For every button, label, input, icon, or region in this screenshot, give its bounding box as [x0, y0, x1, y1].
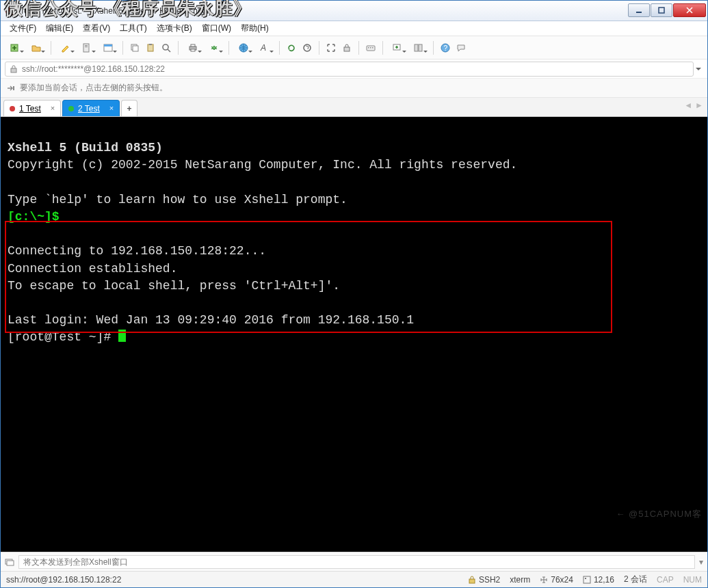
- lock-icon: [10, 65, 18, 73]
- new-session-button[interactable]: [5, 40, 25, 55]
- svg-rect-36: [585, 578, 586, 579]
- fullscreen-button[interactable]: [324, 40, 339, 55]
- terminal[interactable]: Xshell 5 (Build 0835) Copyright (c) 2002…: [1, 117, 707, 552]
- color-scheme-button[interactable]: [98, 40, 118, 55]
- term-prompt: [c:\~]$: [8, 210, 60, 224]
- copy-button[interactable]: [127, 40, 142, 55]
- status-caps: CAP: [657, 575, 674, 585]
- svg-point-0: [5, 6, 15, 16]
- new-tab-button[interactable]: [387, 40, 408, 55]
- address-input[interactable]: ssh://root:********@192.168.150.128:22: [5, 62, 694, 77]
- keyboard-button[interactable]: [363, 40, 378, 55]
- properties-button[interactable]: [77, 40, 97, 55]
- app-window: 微信公众号-《程序员朱永胜》 Test - root@Test:~ - Xshe…: [0, 0, 708, 588]
- svg-rect-8: [104, 44, 112, 46]
- menu-tabs[interactable]: 选项卡(B): [152, 21, 197, 36]
- transfer-button[interactable]: [204, 40, 224, 55]
- lock-icon: [468, 576, 476, 584]
- term-line: Copyright (c) 2002-2015 NetSarang Comput…: [8, 158, 517, 172]
- separator-icon: [319, 41, 319, 55]
- svg-rect-12: [149, 44, 152, 45]
- status-cursor: 12,16: [583, 575, 614, 585]
- svg-rect-16: [191, 49, 195, 51]
- statusbar: ssh://root@192.168.150.128:22 SSH2 xterm…: [1, 571, 707, 587]
- svg-rect-31: [13, 86, 14, 90]
- tab-2[interactable]: 2 Test ×: [62, 100, 120, 116]
- status-sessions: 2 会话: [624, 574, 647, 585]
- separator-icon: [382, 41, 383, 55]
- separator-icon: [228, 41, 229, 55]
- address-dropdown[interactable]: [694, 66, 703, 72]
- term-line: Connecting to 192.168.150.128:22...: [8, 244, 266, 258]
- toolbar: A ?: [1, 36, 707, 59]
- lock-button[interactable]: [339, 40, 354, 55]
- paste-button[interactable]: [143, 40, 158, 55]
- menu-edit[interactable]: 编辑(E): [41, 21, 78, 36]
- addressbar: ssh://root:********@192.168.150.128:22: [1, 59, 707, 79]
- svg-rect-26: [415, 44, 418, 51]
- highlight-button[interactable]: [55, 40, 76, 55]
- menu-window[interactable]: 窗口(W): [197, 21, 236, 36]
- language-button[interactable]: [233, 40, 254, 55]
- help-button[interactable]: ?: [438, 40, 453, 55]
- term-line: Xshell 5 (Build 0835): [8, 141, 163, 155]
- tab-1[interactable]: 1 Test ×: [3, 100, 61, 116]
- separator-icon: [51, 41, 51, 55]
- menu-tools[interactable]: 工具(T): [115, 21, 151, 36]
- open-session-button[interactable]: [26, 40, 47, 55]
- window-controls: [627, 3, 706, 18]
- print-button[interactable]: [183, 40, 203, 55]
- tab-add-button[interactable]: +: [121, 100, 137, 116]
- svg-rect-22: [368, 47, 369, 49]
- cursor-icon: [118, 330, 126, 342]
- titlebar: 微信公众号-《程序员朱永胜》 Test - root@Test:~ - Xshe…: [1, 1, 707, 21]
- svg-rect-15: [191, 44, 195, 46]
- close-button[interactable]: [673, 3, 706, 17]
- tab-close-button[interactable]: ×: [49, 104, 57, 112]
- reconnect-button[interactable]: [284, 40, 299, 55]
- menu-help[interactable]: 帮助(H): [236, 21, 274, 36]
- svg-rect-34: [469, 579, 475, 583]
- broadcast-dropdown[interactable]: ▾: [699, 557, 703, 567]
- window-title: Test - root@Test:~ - Xshell 5 (Free for …: [20, 6, 627, 16]
- svg-rect-10: [133, 46, 138, 51]
- menu-file[interactable]: 文件(F): [5, 21, 41, 36]
- separator-icon: [358, 41, 359, 55]
- corner-watermark: ← @51CAPNUM客: [616, 508, 702, 520]
- tab-close-button[interactable]: ×: [107, 104, 116, 112]
- term-line: Type `help' to learn how to use Xshell p…: [8, 193, 348, 206]
- svg-rect-27: [419, 44, 422, 51]
- menubar: 文件(F) 编辑(E) 查看(V) 工具(T) 选项卡(B) 窗口(W) 帮助(…: [1, 21, 707, 36]
- minimize-button[interactable]: [628, 3, 650, 17]
- svg-rect-1: [636, 12, 642, 13]
- svg-rect-4: [83, 44, 89, 52]
- hint-bar: 要添加当前会话，点击左侧的箭头按钮。: [1, 79, 707, 98]
- cursor-pos-icon: [583, 576, 591, 584]
- tab-nav: ◄ ►: [684, 101, 703, 110]
- menu-view[interactable]: 查看(V): [78, 21, 115, 36]
- svg-rect-24: [372, 47, 373, 49]
- term-line: To escape to local shell, press 'Ctrl+Al…: [8, 279, 340, 293]
- status-dot-icon: [10, 106, 15, 111]
- term-line: Last login: Wed Jan 13 09:29:40 2016 fro…: [8, 313, 414, 327]
- svg-rect-33: [7, 561, 14, 565]
- svg-text:?: ?: [444, 44, 448, 52]
- status-num: NUM: [683, 575, 702, 585]
- tab-next-button[interactable]: ►: [695, 101, 703, 110]
- layout-button[interactable]: [408, 40, 429, 55]
- separator-icon: [433, 41, 434, 55]
- svg-rect-30: [11, 68, 16, 72]
- tab-prev-button[interactable]: ◄: [684, 101, 692, 110]
- svg-rect-5: [85, 45, 88, 46]
- svg-rect-23: [370, 47, 371, 49]
- separator-icon: [279, 41, 280, 55]
- maximize-button[interactable]: [651, 3, 672, 17]
- status-protocol: SSH2: [468, 575, 500, 585]
- disconnect-button[interactable]: [300, 40, 315, 55]
- svg-rect-20: [344, 47, 350, 51]
- status-term: xterm: [510, 575, 530, 585]
- broadcast-input[interactable]: [18, 555, 695, 569]
- find-button[interactable]: [159, 40, 174, 55]
- font-button[interactable]: A: [254, 40, 275, 55]
- feedback-button[interactable]: [454, 40, 469, 55]
